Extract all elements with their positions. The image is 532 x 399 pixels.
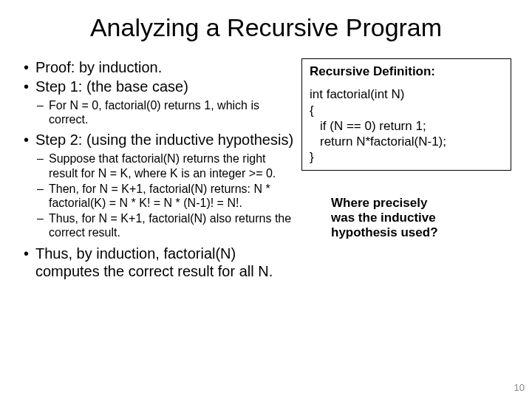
- code-line: return N*factorial(N-1);: [310, 134, 503, 149]
- bullet-proof: Proof: by induction.: [21, 58, 294, 76]
- sub-suppose: Suppose that factorial(N) returns the ri…: [21, 151, 294, 180]
- right-column: Recursive Definition: int factorial(int …: [301, 58, 511, 282]
- sub-thus: Thus, for N = K+1, factorial(N) also ret…: [21, 211, 294, 239]
- code-line: if (N == 0) return 1;: [310, 118, 503, 134]
- slide-title: Analyzing a Recursive Program: [21, 13, 511, 42]
- code-line: int factorial(int N): [310, 86, 503, 102]
- bullet-step2: Step 2: (using the inductive hypothesis): [21, 131, 294, 149]
- question-line: was the inductive: [331, 211, 511, 225]
- bullet-step1: Step 1: (the base case): [21, 78, 294, 95]
- code-line: }: [310, 149, 503, 165]
- code-box: Recursive Definition: int factorial(int …: [301, 58, 511, 171]
- bullet-conclusion: Thus, by induction, factorial(N) compute…: [21, 245, 294, 280]
- question-line: hypothesis used?: [331, 225, 511, 240]
- sub-then: Then, for N = K+1, factorial(N) returns:…: [21, 182, 294, 210]
- left-column: Proof: by induction. Step 1: (the base c…: [21, 58, 294, 282]
- code-heading: Recursive Definition:: [310, 64, 503, 79]
- question-line: Where precisely: [331, 196, 511, 211]
- question-text: Where precisely was the inductive hypoth…: [301, 196, 511, 241]
- slide: Analyzing a Recursive Program Proof: by …: [0, 0, 532, 399]
- sub-basecase: For N = 0, factorial(0) returns 1, which…: [21, 98, 294, 126]
- page-number: 10: [514, 382, 525, 393]
- code-line: {: [310, 103, 503, 118]
